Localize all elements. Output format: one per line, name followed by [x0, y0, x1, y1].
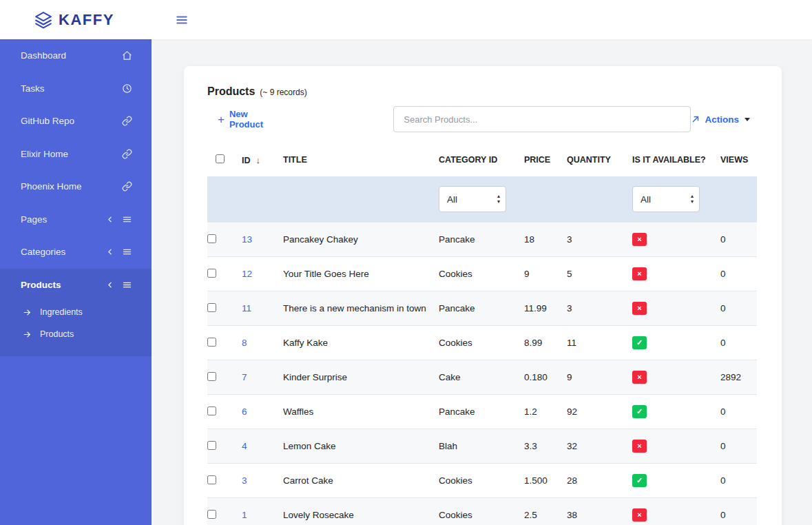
row-price: 8.99 — [524, 326, 567, 360]
row-category: Cookies — [439, 326, 524, 360]
search-input[interactable] — [393, 106, 691, 132]
sort-desc-icon[interactable]: ↓ — [256, 155, 261, 165]
sidebar-item-dashboard[interactable]: Dashboard — [0, 39, 152, 72]
table-row: 1 Lovely Rosecake Cookies 2.5 38 × 0 — [207, 498, 757, 525]
row-checkbox[interactable] — [207, 510, 216, 519]
sidebar-item-label: GitHub Repo — [21, 116, 74, 126]
table-row: 8 Kaffy Kake Cookies 8.99 11 ✓ 0 — [207, 326, 757, 360]
row-category: Pancake — [439, 395, 524, 429]
filter-row: All All — [207, 176, 757, 223]
kaffy-logo[interactable]: KAFFY — [0, 11, 152, 29]
row-id-link[interactable]: 8 — [242, 338, 247, 348]
row-checkbox[interactable] — [207, 441, 216, 450]
row-views: 0 — [720, 291, 757, 326]
link-icon — [122, 149, 132, 159]
records-count: (~ 9 records) — [260, 88, 306, 97]
sidebar-item-label: Products — [21, 280, 61, 290]
row-id-link[interactable]: 6 — [242, 406, 247, 417]
sidebar-item-label: Categories — [21, 247, 65, 257]
actions-dropdown-button[interactable]: Actions — [691, 114, 750, 125]
row-id-link[interactable]: 1 — [242, 510, 247, 520]
list-icon — [122, 280, 132, 290]
sidebar-item-elixir-home[interactable]: Elixir Home — [0, 138, 152, 171]
subnav-item-label: Products — [40, 329, 74, 339]
row-category: Cookies — [439, 464, 524, 498]
row-views: 0 — [720, 498, 757, 525]
row-title: Kaffy Kake — [283, 326, 439, 360]
row-category: Cookies — [439, 498, 524, 525]
row-title: Your Title Goes Here — [283, 257, 439, 291]
category-filter-select[interactable]: All — [439, 186, 506, 212]
row-checkbox[interactable] — [207, 338, 216, 347]
sidebar-item-pages[interactable]: Pages — [0, 203, 152, 236]
row-views: 0 — [720, 464, 757, 498]
row-checkbox[interactable] — [207, 475, 216, 484]
row-id-link[interactable]: 3 — [242, 475, 247, 486]
availability-filter-select[interactable]: All — [632, 186, 700, 212]
sidebar-item-label: Dashboard — [21, 50, 66, 61]
row-id-link[interactable]: 7 — [242, 372, 247, 382]
row-category: Cookies — [439, 257, 524, 291]
sidebar-item-label: Phoenix Home — [21, 181, 82, 192]
availability-badge: × — [632, 440, 647, 453]
column-header-quantity[interactable]: QUANTITY — [567, 149, 632, 176]
sidebar-item-tasks[interactable]: Tasks — [0, 72, 152, 105]
row-quantity: 9 — [567, 360, 632, 395]
products-table: ID↓ TITLE CATEGORY ID PRICE QUANTITY IS … — [207, 149, 757, 525]
availability-badge: × — [632, 508, 647, 522]
subnav-item-ingredients[interactable]: Ingredients — [0, 301, 152, 323]
availability-badge: ✓ — [632, 405, 647, 418]
row-views: 2892 — [720, 360, 757, 395]
products-card: Products (~ 9 records) + New Product Act… — [184, 66, 782, 525]
row-checkbox[interactable] — [207, 269, 216, 278]
column-header-price[interactable]: PRICE — [524, 149, 567, 176]
sidebar-item-github-repo[interactable]: GitHub Repo — [0, 105, 152, 138]
subnav-item-products[interactable]: Products — [0, 323, 152, 345]
availability-badge: × — [632, 233, 647, 246]
row-views: 0 — [720, 257, 757, 291]
list-icon — [122, 247, 132, 257]
row-quantity: 3 — [567, 291, 632, 326]
row-category: Cake — [439, 360, 524, 395]
column-header-available[interactable]: IS IT AVAILABLE? — [632, 149, 720, 176]
arrow-right-icon — [23, 330, 32, 339]
row-price: 18 — [524, 223, 567, 257]
row-title: Waffles — [283, 395, 439, 429]
row-checkbox[interactable] — [207, 372, 216, 381]
row-id-link[interactable]: 4 — [242, 441, 247, 451]
column-header-id[interactable]: ID↓ — [242, 149, 283, 176]
chevron-left-icon — [105, 215, 114, 224]
hamburger-menu-icon[interactable] — [175, 13, 189, 27]
row-price: 3.3 — [524, 429, 567, 464]
row-id-link[interactable]: 11 — [242, 303, 251, 313]
topbar: KAFFY — [0, 0, 812, 39]
row-category: Pancake — [439, 223, 524, 257]
sidebar-item-categories[interactable]: Categories — [0, 236, 152, 269]
row-quantity: 32 — [567, 429, 632, 464]
column-header-category[interactable]: CATEGORY ID — [439, 149, 524, 176]
column-header-title[interactable]: TITLE — [283, 149, 439, 176]
row-checkbox[interactable] — [207, 406, 216, 415]
column-header-views[interactable]: VIEWS — [720, 149, 757, 176]
row-id-link[interactable]: 13 — [242, 234, 252, 245]
sidebar-item-phoenix-home[interactable]: Phoenix Home — [0, 170, 152, 203]
row-title: Lemon Cake — [283, 429, 439, 464]
row-title: Lovely Rosecake — [283, 498, 439, 525]
main-content: Products (~ 9 records) + New Product Act… — [152, 39, 812, 525]
row-id-link[interactable]: 12 — [242, 269, 252, 279]
row-price: 1.2 — [524, 395, 567, 429]
row-checkbox[interactable] — [207, 234, 216, 243]
list-icon — [122, 214, 132, 225]
sidebar: Dashboard Tasks GitHub Repo Elixir Home — [0, 39, 152, 525]
availability-badge: ✓ — [632, 474, 647, 487]
select-all-checkbox[interactable] — [216, 154, 225, 163]
row-price: 11.99 — [524, 291, 567, 326]
sidebar-item-products[interactable]: Products — [0, 269, 152, 302]
row-views: 0 — [720, 395, 757, 429]
caret-down-icon — [745, 118, 750, 121]
row-checkbox[interactable] — [207, 303, 216, 312]
new-product-button[interactable]: + New Product — [218, 109, 281, 130]
layers-icon — [34, 11, 52, 29]
external-arrow-icon — [691, 114, 700, 124]
row-title: Carrot Cake — [283, 464, 439, 498]
